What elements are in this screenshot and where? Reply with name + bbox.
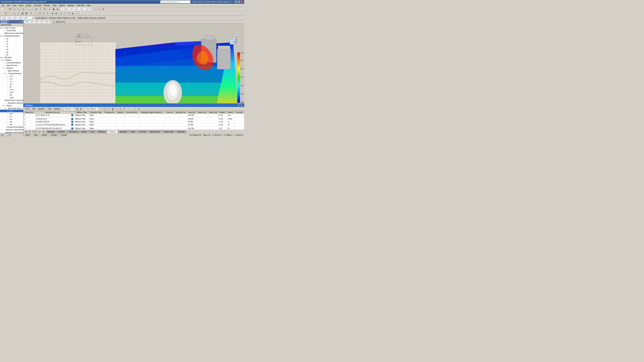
tree-taumax[interactable]: ○τmax — [0, 96, 23, 99]
menu-options[interactable]: Options — [58, 4, 66, 7]
osnap-btn[interactable]: OSNAP — [60, 134, 68, 136]
th-int-objects-nodes[interactable]: Integrated Objects Nodes No. — [139, 111, 165, 114]
tab-materials[interactable]: Materials — [46, 130, 56, 133]
menu-assign[interactable]: Assign — [25, 4, 32, 7]
tree-final-results[interactable]: ○Final Results — [0, 29, 23, 32]
tree-epsilonyy-plus[interactable]: ○εyy + — [0, 112, 23, 115]
tab-nodes[interactable]: Nodes — [80, 130, 88, 133]
edit-btn[interactable]: Edit — [31, 107, 36, 110]
tb-icon-4[interactable]: ▣ — [111, 107, 114, 111]
tb2-rotate[interactable]: ↻ — [29, 11, 33, 15]
tb-icon-11[interactable]: ⚙ — [137, 107, 140, 111]
tb-back[interactable]: ▥ — [56, 7, 59, 11]
structure-combo[interactable]: Structure — [64, 107, 75, 111]
tb2-result-diagram[interactable]: 📊 — [80, 11, 83, 15]
th-material[interactable]: Material — [116, 111, 124, 114]
maximize-btn[interactable]: □ — [238, 1, 240, 3]
tb2-show-surfaces[interactable]: ◻ — [17, 11, 20, 15]
tb-front[interactable]: ▣ — [52, 7, 55, 11]
tb-print[interactable]: 🖨 — [22, 7, 25, 11]
tb-icon-5[interactable]: ≡ — [115, 107, 118, 111]
tree-sigma1plus[interactable]: ●σ1,+ — [0, 75, 23, 77]
tb-select[interactable]: ↖ — [39, 7, 43, 11]
tb-icon-6[interactable]: ⬇ — [118, 107, 122, 111]
tree-global-deformations[interactable]: ▶📊Global Deformations — [0, 34, 23, 37]
menu-file[interactable]: File — [1, 4, 6, 7]
tree-members[interactable]: ▶═Members — [0, 56, 23, 59]
close-btn[interactable]: ✕ — [240, 1, 243, 3]
tb-3d-view[interactable]: ◻ — [48, 7, 52, 11]
th-options[interactable]: Options — [226, 111, 234, 114]
tb2-y-view[interactable]: Y — [42, 11, 46, 15]
tab-solids[interactable]: Solids — [129, 130, 137, 133]
nav-prev-btn[interactable]: ◀ — [1, 134, 4, 137]
minimize-btn[interactable]: ─ — [234, 1, 237, 3]
nav-graph-btn[interactable]: 📊 — [4, 134, 8, 137]
goto-btn[interactable]: Go To — [24, 107, 31, 110]
table-row[interactable]: 7273,274,388,403-397,470-459,275Without … — [24, 127, 244, 130]
tb2-render[interactable]: 🖼 — [24, 11, 28, 15]
snap-btn[interactable]: SNAP — [24, 134, 31, 136]
tree-internal-forces[interactable]: ○Internal Forces — [0, 64, 23, 67]
tb-icon-1[interactable]: ↕ — [100, 107, 104, 111]
tree-principal-stresses[interactable]: ▼○Principal Stresses — [0, 72, 23, 75]
panel-expand-btn[interactable]: ⬆ — [237, 104, 240, 107]
tab-solid-sets[interactable]: Solid Sets — [176, 130, 187, 133]
tb-zoom-in[interactable]: 🔍 — [26, 7, 30, 11]
menu-results[interactable]: Results — [43, 4, 51, 7]
tab-thicknesses[interactable]: Thicknesses — [67, 130, 80, 133]
tree-phiz[interactable]: ○φz — [0, 53, 23, 56]
tree-epsilonc[interactable]: ○εc,- — [0, 115, 23, 118]
tree-gammayz[interactable]: ○γyz — [0, 120, 23, 123]
nav-settings-btn[interactable]: ⚙ — [8, 134, 11, 137]
tb2-measure[interactable]: 📏 — [8, 11, 12, 15]
tb-save[interactable]: 💾 — [8, 7, 12, 11]
menu-tools[interactable]: Tools — [51, 4, 58, 7]
cs-combo[interactable]: S: CO2 · LC2 · LC2 + LC3 + LC4 — [60, 7, 92, 11]
menu-window[interactable]: Window — [66, 4, 75, 7]
tb2-line[interactable]: ╱ — [63, 11, 67, 15]
menu-view[interactable]: View — [12, 4, 18, 7]
next-page-btn-2[interactable]: ▶ — [38, 130, 42, 133]
tb2-pan[interactable]: ✋ — [33, 11, 37, 15]
menu-calculate[interactable]: Calculate — [33, 4, 42, 7]
last-page-btn[interactable]: ▶| — [42, 130, 46, 133]
table-row[interactable]: 44-9,268,37-58,270Without Thick...Plane6… — [24, 120, 244, 123]
tab-lines[interactable]: Lines — [88, 130, 96, 133]
tree-thetam[interactable]: ○θm — [0, 93, 23, 96]
basic-objects-combo[interactable]: Basic Objects — [85, 107, 100, 111]
view-mode-combo[interactable]: CO2 - LC1 + LC2 + LC3 + LC4 — [24, 20, 52, 23]
grid-btn[interactable]: GRID — [32, 134, 39, 136]
tb-open[interactable]: 📂 — [4, 7, 8, 11]
tree-equiv-stresses[interactable]: ○Equivalent Stresses — [0, 102, 23, 104]
tab-surfaces[interactable]: Surfaces — [107, 130, 118, 133]
th-openings-no[interactable]: Openings No. — [174, 111, 187, 114]
th-surface-no[interactable]: Surface No. — [24, 111, 35, 114]
table-row[interactable]: 116,17,28,65-47,18Without Thick...Plane1… — [24, 114, 244, 117]
th-eccentricity[interactable]: Eccentricity No. — [124, 111, 139, 114]
tree-sigma1minus[interactable]: ○σ1,- — [0, 80, 23, 83]
th-geometry[interactable]: Geometry Type — [89, 111, 103, 114]
table-row[interactable]: 319-26,36-45,27Without Thick...Plane50.0… — [24, 117, 244, 120]
th-stiffness[interactable]: Stiffness Type — [74, 111, 89, 114]
tab-line-sets[interactable]: Line Sets — [137, 130, 148, 133]
keyword-search-input[interactable] — [160, 0, 190, 3]
tree-u-abs[interactable]: ○|u| — [0, 37, 23, 40]
tree-type-of-results[interactable]: ▶📋Type of results — [0, 26, 23, 29]
tree-epsilonyx-plus[interactable]: ●εy,x + — [0, 110, 23, 112]
bgrid-btn[interactable]: BGRID — [40, 134, 48, 136]
tree-gammaxy[interactable]: ○γxy — [0, 118, 23, 120]
first-page-btn[interactable]: |◀ — [24, 130, 28, 133]
tb2-next[interactable]: ▶ — [54, 11, 58, 15]
tb2-prev[interactable]: ◀ — [51, 11, 54, 15]
tb-zoom-fit[interactable]: ⊞ — [34, 7, 38, 11]
tree-gammaxy-minus[interactable]: ○γxy - — [0, 123, 23, 126]
tb2-show-members[interactable]: ━ — [13, 11, 16, 15]
tree-local-deformations[interactable]: ○Local Deformations — [0, 61, 23, 64]
th-mass[interactable]: Mass M [t] — [208, 111, 218, 114]
th-boundary-lines[interactable]: Boundary Lines No. — [35, 111, 70, 114]
tb-settings[interactable]: ⚙ — [101, 7, 105, 11]
th-thickness[interactable]: Thickness No. — [103, 111, 116, 114]
tree-uy[interactable]: ○uy — [0, 42, 23, 45]
prev-page-btn-2[interactable]: ◀ — [28, 130, 31, 133]
